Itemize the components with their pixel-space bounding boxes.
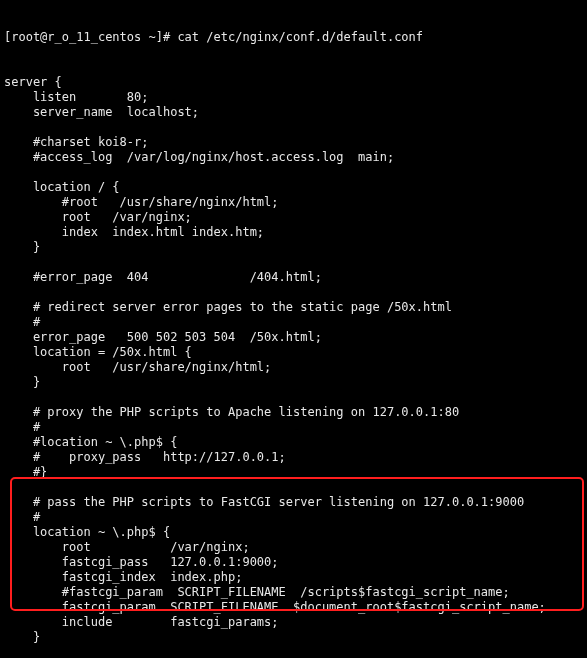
config-line: include fastcgi_params; <box>4 615 583 630</box>
config-line: index index.html index.htm; <box>4 225 583 240</box>
config-line <box>4 285 583 300</box>
config-line: root /usr/share/nginx/html; <box>4 360 583 375</box>
config-line: # proxy_pass http://127.0.0.1; <box>4 450 583 465</box>
config-line <box>4 120 583 135</box>
config-file-body: server { listen 80; server_name localhos… <box>4 75 583 658</box>
config-line: # pass the PHP scripts to FastCGI server… <box>4 495 583 510</box>
config-line: fastcgi_pass 127.0.0.1:9000; <box>4 555 583 570</box>
config-line: location = /50x.html { <box>4 345 583 360</box>
config-line: # <box>4 420 583 435</box>
config-line <box>4 645 583 658</box>
terminal-output: [root@r_o_11_centos ~]# cat /etc/nginx/c… <box>0 0 587 658</box>
config-line: #fastcgi_param SCRIPT_FILENAME /scripts$… <box>4 585 583 600</box>
config-line: location / { <box>4 180 583 195</box>
config-line: } <box>4 630 583 645</box>
config-line: #location ~ \.php$ { <box>4 435 583 450</box>
config-line: fastcgi_param SCRIPT_FILENAME $document_… <box>4 600 583 615</box>
config-line <box>4 390 583 405</box>
config-line: # proxy the PHP scripts to Apache listen… <box>4 405 583 420</box>
config-line: server { <box>4 75 583 90</box>
config-line: } <box>4 240 583 255</box>
config-line: location ~ \.php$ { <box>4 525 583 540</box>
config-line: server_name localhost; <box>4 105 583 120</box>
shell-prompt-line: [root@r_o_11_centos ~]# cat /etc/nginx/c… <box>4 30 583 45</box>
config-line: root /var/nginx; <box>4 210 583 225</box>
config-line: listen 80; <box>4 90 583 105</box>
config-line <box>4 255 583 270</box>
config-line: #root /usr/share/nginx/html; <box>4 195 583 210</box>
config-line: #charset koi8-r; <box>4 135 583 150</box>
config-line <box>4 480 583 495</box>
config-line: root /var/nginx; <box>4 540 583 555</box>
config-line: } <box>4 375 583 390</box>
config-line: # redirect server error pages to the sta… <box>4 300 583 315</box>
config-line: error_page 500 502 503 504 /50x.html; <box>4 330 583 345</box>
config-line: #access_log /var/log/nginx/host.access.l… <box>4 150 583 165</box>
config-line <box>4 165 583 180</box>
config-line: #} <box>4 465 583 480</box>
config-line: # <box>4 315 583 330</box>
config-line: #error_page 404 /404.html; <box>4 270 583 285</box>
config-line: # <box>4 510 583 525</box>
config-line: fastcgi_index index.php; <box>4 570 583 585</box>
